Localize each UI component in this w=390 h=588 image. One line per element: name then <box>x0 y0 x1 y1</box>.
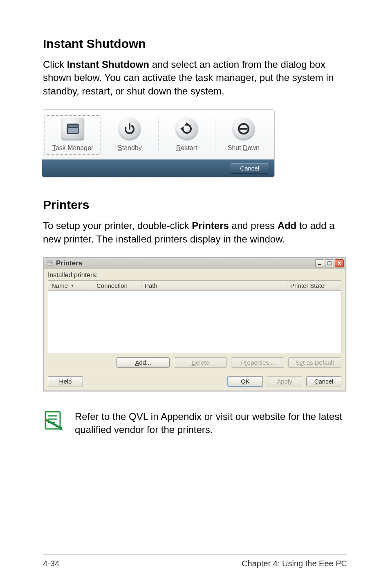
action-label: Shut Down <box>217 144 270 152</box>
action-shut-down[interactable]: Shut Down <box>215 115 272 155</box>
note-box: Refer to the QVL in Appendix or visit ou… <box>43 410 347 437</box>
cancel-button[interactable]: Cancel <box>306 376 341 386</box>
sort-desc-icon: ▼ <box>70 283 74 288</box>
cancel-button[interactable]: Cancel <box>230 163 269 174</box>
action-label: Standby <box>103 144 156 152</box>
maximize-button[interactable] <box>325 259 334 267</box>
heading-instant-shutdown: Instant Shutdown <box>43 37 347 51</box>
action-standby[interactable]: Standby <box>101 115 158 155</box>
page-footer: 4-34 Chapter 4: Using the Eee PC <box>43 554 347 568</box>
col-path[interactable]: Path <box>141 281 287 290</box>
action-task-manager[interactable]: Task Manager <box>45 115 101 155</box>
note-text: Refer to the QVL in Appendix or visit ou… <box>75 410 347 437</box>
col-name[interactable]: Name▼ <box>48 281 93 290</box>
window-titlebar: Printers <box>44 258 345 269</box>
apply-button: Apply <box>267 376 302 386</box>
standby-icon <box>118 117 141 140</box>
text: Click <box>43 59 67 70</box>
svg-rect-10 <box>47 263 53 265</box>
minimize-button[interactable] <box>315 259 324 267</box>
text-bold: Printers <box>192 220 229 231</box>
action-restart[interactable]: Restart <box>159 115 215 155</box>
task-manager-icon <box>61 117 84 140</box>
printers-window: Printers Installed printers: Name▼ Conne… <box>43 257 346 391</box>
col-connection[interactable]: Connection <box>93 281 141 290</box>
set-default-button: Set as Default <box>288 357 341 368</box>
svg-rect-1 <box>68 125 78 127</box>
heading-printers: Printers <box>43 198 347 212</box>
help-button[interactable]: Help <box>48 376 83 386</box>
page-number: 4-34 <box>43 559 59 568</box>
action-label: Task Manager <box>47 144 99 152</box>
shutdown-footer: Cancel <box>42 159 274 177</box>
shut-down-icon <box>232 117 255 140</box>
properties-button: Properties... <box>231 357 284 368</box>
svg-marker-5 <box>184 122 189 126</box>
svg-rect-13 <box>328 262 331 265</box>
delete-button: Delete <box>174 357 227 368</box>
text-bold: Instant Shutdown <box>67 59 149 70</box>
printers-table[interactable]: Name▼ Connection Path Printer State <box>48 281 341 353</box>
close-button[interactable] <box>335 259 344 267</box>
restart-icon <box>175 117 198 140</box>
svg-point-11 <box>51 263 52 264</box>
table-header: Name▼ Connection Path Printer State <box>48 281 341 291</box>
window-title: Printers <box>56 259 314 267</box>
text: To setup your printer, double-click <box>43 220 192 231</box>
shutdown-dialog: Task Manager Standby <box>42 109 275 177</box>
printer-icon <box>46 260 54 267</box>
add-button[interactable]: Add... <box>117 357 170 368</box>
chapter-label: Chapter 4: Using the Eee PC <box>242 559 347 568</box>
note-icon <box>43 410 63 431</box>
col-printer-state[interactable]: Printer State <box>287 281 341 290</box>
para-printers: To setup your printer, double-click Prin… <box>43 219 347 246</box>
text: and press <box>229 220 278 231</box>
svg-marker-6 <box>180 126 184 131</box>
svg-rect-2 <box>68 128 78 133</box>
para-instant-shutdown: Click Instant Shutdown and select an act… <box>43 58 347 98</box>
text-bold: Add <box>278 220 297 231</box>
ok-button[interactable]: OK <box>228 376 263 386</box>
shutdown-action-row: Task Manager Standby <box>42 110 274 159</box>
action-label: Restart <box>161 144 213 152</box>
installed-printers-label: Installed printers: <box>48 272 341 279</box>
